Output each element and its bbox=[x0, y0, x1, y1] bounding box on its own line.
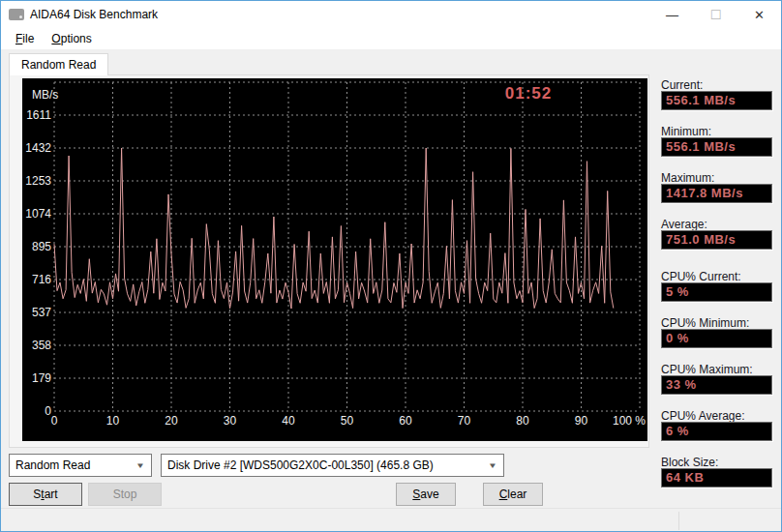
drive-select[interactable]: Disk Drive #2 [WDS500G2X0C-00L350] (465.… bbox=[161, 454, 504, 477]
svg-text:90: 90 bbox=[575, 414, 588, 428]
svg-text:1432: 1432 bbox=[25, 141, 51, 155]
svg-text:537: 537 bbox=[32, 306, 51, 319]
tab-random-read[interactable]: Random Read bbox=[9, 53, 108, 75]
svg-text:80: 80 bbox=[516, 414, 529, 428]
chevron-down-icon: ▼ bbox=[488, 461, 497, 470]
stat-value: 556.1 MB/s bbox=[661, 91, 772, 110]
svg-text:70: 70 bbox=[458, 414, 471, 428]
window-title: AIDA64 Disk Benchmark bbox=[30, 8, 158, 21]
svg-text:40: 40 bbox=[282, 414, 295, 428]
svg-text:MB/s: MB/s bbox=[32, 88, 58, 102]
stat-label: CPU% Current: bbox=[661, 270, 741, 283]
stat-label: Current: bbox=[661, 78, 703, 92]
chevron-down-icon: ▼ bbox=[135, 461, 145, 470]
svg-text:30: 30 bbox=[224, 414, 237, 428]
menu-item-file[interactable]: File bbox=[8, 30, 42, 47]
stat-value: 1417.8 MB/s bbox=[661, 184, 772, 203]
stat-value: 64 KB bbox=[661, 468, 772, 488]
stat-value: 6 % bbox=[661, 422, 772, 441]
svg-text:1074: 1074 bbox=[25, 207, 51, 221]
svg-text:20: 20 bbox=[165, 414, 178, 428]
status-bar-divider bbox=[678, 512, 679, 530]
svg-text:100 %: 100 % bbox=[613, 414, 646, 428]
menu-item-options[interactable]: Options bbox=[44, 30, 99, 47]
stat-label: Average: bbox=[661, 218, 707, 231]
benchmark-type-select[interactable]: Random Read ▼ bbox=[9, 454, 152, 477]
stat-value: 33 % bbox=[661, 375, 772, 395]
svg-text:50: 50 bbox=[341, 414, 354, 428]
stat-label: CPU% Maximum: bbox=[661, 363, 753, 376]
svg-text:179: 179 bbox=[32, 371, 51, 385]
stat-value: 0 % bbox=[661, 329, 772, 348]
stat-value: 556.1 MB/s bbox=[661, 137, 772, 157]
svg-text:358: 358 bbox=[32, 339, 51, 352]
clear-button[interactable]: Clear bbox=[483, 483, 543, 506]
stat-label: CPU% Average: bbox=[661, 409, 745, 423]
elapsed-timer: 01:52 bbox=[466, 84, 591, 103]
stats-panel: Current:556.1 MB/sMinimum:556.1 MB/sMaxi… bbox=[655, 1, 775, 531]
benchmark-chart: MB/s161114321253107489571653735817900102… bbox=[22, 78, 647, 441]
svg-text:0: 0 bbox=[51, 414, 58, 428]
status-bar bbox=[1, 508, 781, 532]
svg-text:60: 60 bbox=[399, 414, 412, 428]
stop-button: Stop bbox=[88, 483, 162, 506]
svg-text:895: 895 bbox=[32, 240, 51, 253]
stat-label: CPU% Minimum: bbox=[661, 316, 749, 330]
stat-label: Maximum: bbox=[661, 171, 714, 185]
stat-value: 5 % bbox=[661, 282, 772, 302]
svg-text:1611: 1611 bbox=[26, 108, 51, 122]
stat-label: Minimum: bbox=[661, 125, 711, 138]
drive-select-value: Disk Drive #2 [WDS500G2X0C-00L350] (465.… bbox=[167, 458, 434, 472]
svg-text:1253: 1253 bbox=[25, 174, 51, 188]
svg-text:10: 10 bbox=[106, 414, 120, 428]
stat-label: Block Size: bbox=[661, 456, 718, 469]
save-button[interactable]: Save bbox=[396, 483, 456, 506]
svg-text:716: 716 bbox=[32, 273, 51, 286]
benchmark-type-value: Random Read bbox=[15, 458, 90, 472]
stat-value: 751.0 MB/s bbox=[661, 230, 772, 250]
start-button[interactable]: Start bbox=[9, 483, 82, 506]
disk-icon bbox=[9, 9, 24, 20]
app-window: AIDA64 Disk Benchmark — ☐ ✕ FileOptions … bbox=[0, 0, 782, 532]
